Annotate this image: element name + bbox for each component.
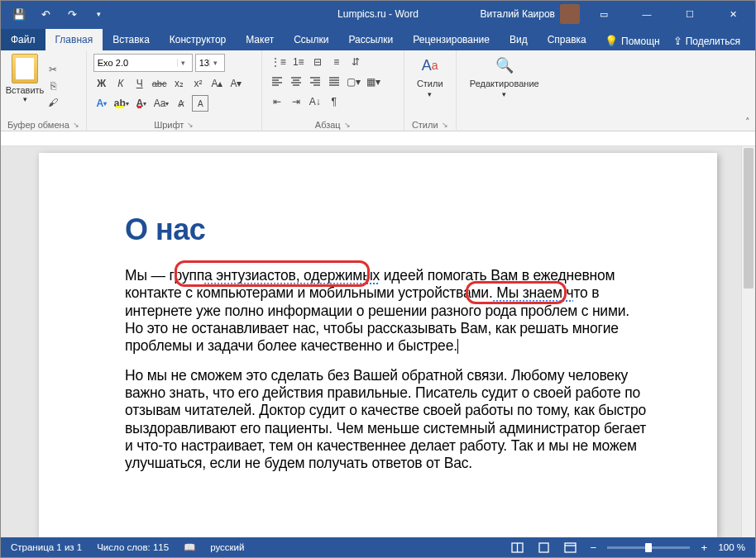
- font-launcher-icon[interactable]: ↘: [187, 121, 194, 129]
- bold-button[interactable]: Ж: [93, 75, 110, 92]
- read-mode-icon[interactable]: [508, 540, 526, 555]
- bullets-button[interactable]: ⋮≡: [269, 54, 288, 70]
- tab-help[interactable]: Справка: [538, 29, 596, 50]
- chevron-down-icon: ▾: [177, 59, 189, 67]
- search-icon: 🔍: [493, 54, 516, 77]
- zoom-out-button[interactable]: −: [587, 541, 599, 554]
- avatar[interactable]: [560, 4, 580, 24]
- font-size-select[interactable]: 13▾: [195, 54, 225, 72]
- text-effects-button[interactable]: A▾: [93, 95, 110, 112]
- minimize-button[interactable]: —: [628, 1, 666, 27]
- chevron-down-icon: ▾: [209, 59, 221, 67]
- qat-dropdown-icon[interactable]: ▾: [87, 2, 110, 26]
- numbering-button[interactable]: 1≡: [290, 54, 307, 70]
- align-center-button[interactable]: [288, 74, 304, 90]
- font-color-button[interactable]: A▾: [133, 95, 150, 112]
- superscript-button[interactable]: x²: [190, 75, 207, 92]
- align-left-button[interactable]: [269, 74, 285, 90]
- web-layout-icon[interactable]: [561, 540, 579, 555]
- tab-mailings[interactable]: Рассылки: [338, 29, 403, 50]
- copy-icon[interactable]: ⎘: [45, 79, 61, 93]
- undo-icon[interactable]: ↶: [34, 2, 57, 26]
- font-name-select[interactable]: Exo 2.0▾: [93, 54, 193, 72]
- align-right-button[interactable]: [307, 74, 323, 90]
- save-icon[interactable]: 💾: [7, 2, 31, 26]
- italic-button[interactable]: К: [112, 75, 129, 92]
- titlebar-right: Виталий Каиров ▭ — ☐ ✕: [480, 1, 755, 27]
- user-name: Виталий Каиров: [480, 8, 555, 20]
- close-button[interactable]: ✕: [714, 1, 752, 27]
- grow-font-button[interactable]: A▴: [209, 75, 226, 92]
- paragraph-2: Но мы не сможем это сделать без Вашей об…: [125, 367, 651, 473]
- ruler[interactable]: [1, 131, 755, 146]
- status-wordcount[interactable]: Число слов: 115: [97, 542, 169, 552]
- paste-button[interactable]: Вставить ▾: [7, 54, 42, 118]
- paragraph-1: Мы — группа энтузиастов, одержимых идеей…: [125, 267, 651, 355]
- maximize-button[interactable]: ☐: [671, 1, 709, 27]
- underline-button[interactable]: Ч: [132, 75, 148, 92]
- tab-references[interactable]: Ссылки: [284, 29, 338, 50]
- scroll-thumb[interactable]: [744, 148, 754, 289]
- group-styles: Aa Стили ▾ Стили↘: [404, 50, 457, 131]
- group-font: Exo 2.0▾ 13▾ Ж К Ч abc x₂ x² A▴ A▾ A▾ ab…: [87, 50, 262, 131]
- paragraph-launcher-icon[interactable]: ↘: [344, 121, 351, 129]
- clipboard-icon: [12, 54, 38, 83]
- zoom-in-button[interactable]: +: [698, 541, 710, 554]
- quick-access-toolbar: 💾 ↶ ↷ ▾: [1, 2, 110, 26]
- cut-icon[interactable]: ✂: [45, 62, 61, 77]
- zoom-level[interactable]: 100 %: [718, 542, 745, 552]
- document-area: О нас Мы — группа энтузиастов, одержимых…: [1, 146, 755, 537]
- styles-launcher-icon[interactable]: ↘: [442, 121, 448, 129]
- titlebar: 💾 ↶ ↷ ▾ Lumpics.ru - Word Виталий Каиров…: [1, 1, 755, 27]
- app-window: 💾 ↶ ↷ ▾ Lumpics.ru - Word Виталий Каиров…: [0, 0, 756, 558]
- format-painter-icon[interactable]: 🖌: [45, 95, 61, 110]
- grammar-squiggle-2[interactable]: Мы знаем ч: [493, 284, 574, 301]
- statusbar: Страница 1 из 1 Число слов: 115 📖 русски…: [1, 537, 755, 557]
- character-border-button[interactable]: A: [192, 95, 208, 112]
- tab-home[interactable]: Главная: [45, 29, 103, 50]
- page[interactable]: О нас Мы — группа энтузиастов, одержимых…: [39, 153, 717, 537]
- tab-view[interactable]: Вид: [500, 29, 538, 50]
- shrink-font-button[interactable]: A▾: [228, 75, 245, 92]
- group-font-label: Шрифт: [154, 120, 184, 130]
- share-icon: ⇪: [673, 35, 682, 47]
- app-name: Word: [395, 8, 418, 20]
- styles-button[interactable]: Aa Стили ▾: [411, 54, 449, 118]
- proofing-icon[interactable]: 📖: [184, 541, 195, 553]
- grammar-squiggle-1[interactable]: а энтузиастов, одержимых: [204, 267, 380, 284]
- borders-button[interactable]: ▦▾: [365, 74, 382, 90]
- increase-indent-button[interactable]: ⇥: [288, 93, 304, 110]
- ribbon-tabs: Файл Главная Вставка Конструктор Макет С…: [1, 27, 755, 50]
- subscript-button[interactable]: x₂: [171, 75, 188, 92]
- vertical-scrollbar[interactable]: [741, 146, 755, 537]
- editing-button[interactable]: 🔍 Редактирование ▾: [463, 54, 546, 128]
- redo-icon[interactable]: ↷: [60, 2, 84, 26]
- tab-insert[interactable]: Вставка: [103, 29, 160, 50]
- status-page[interactable]: Страница 1 из 1: [11, 542, 82, 552]
- multilevel-button[interactable]: ⊟: [309, 54, 326, 70]
- zoom-slider[interactable]: [607, 546, 690, 549]
- tab-review[interactable]: Рецензирование: [403, 29, 500, 50]
- align-left-button[interactable]: ≡: [328, 54, 345, 70]
- svg-rect-1: [539, 543, 548, 552]
- ribbon-options-icon[interactable]: ▭: [585, 1, 623, 27]
- collapse-ribbon-icon[interactable]: ˄: [745, 117, 750, 127]
- change-case-button[interactable]: Aa▾: [152, 95, 171, 112]
- justify-button[interactable]: [326, 74, 342, 90]
- status-language[interactable]: русский: [210, 542, 244, 552]
- line-spacing-button[interactable]: ⇵: [347, 54, 364, 70]
- tab-file[interactable]: Файл: [1, 29, 45, 50]
- share-button[interactable]: ⇪ Поделиться: [668, 31, 745, 50]
- decrease-indent-button[interactable]: ⇤: [269, 93, 285, 110]
- clipboard-launcher-icon[interactable]: ↘: [73, 121, 79, 129]
- shading-button[interactable]: ▢▾: [345, 74, 362, 90]
- clear-formatting-button[interactable]: A̷: [173, 95, 189, 112]
- show-marks-button[interactable]: ¶: [326, 93, 342, 110]
- strikethrough-button[interactable]: abc: [151, 75, 169, 92]
- sort-button[interactable]: A↓: [307, 93, 323, 110]
- tab-design[interactable]: Конструктор: [160, 29, 236, 50]
- tell-me-button[interactable]: 💡 Помощн: [600, 31, 665, 50]
- highlight-button[interactable]: ab▾: [112, 95, 131, 112]
- print-layout-icon[interactable]: [534, 540, 553, 555]
- tab-layout[interactable]: Макет: [236, 29, 284, 50]
